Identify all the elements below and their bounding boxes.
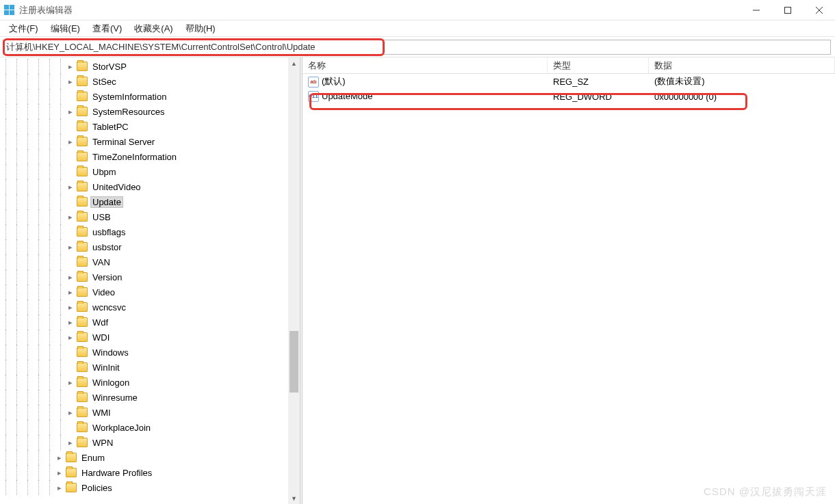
tree-node[interactable]: ▸Policies <box>0 480 300 495</box>
tree-node[interactable]: ▸Video <box>0 284 300 300</box>
list-body: ab(默认)REG_SZ(数值未设置)011UpdateModeREG_DWOR… <box>303 74 835 104</box>
tree-node-label: WorkplaceJoin <box>90 422 153 434</box>
tree-node-label: WinInit <box>90 362 122 373</box>
menu-item[interactable]: 查看(V) <box>86 21 128 36</box>
chevron-right-icon[interactable]: ▸ <box>66 77 75 86</box>
list-header: 名称 类型 数据 <box>303 57 835 74</box>
chevron-right-icon[interactable]: ▸ <box>66 333 75 342</box>
chevron-right-icon[interactable]: ▸ <box>55 483 64 492</box>
tree-node-label: Winlogon <box>90 377 131 388</box>
folder-icon <box>77 317 88 327</box>
tree-node-label: Update <box>90 196 123 208</box>
tree-node-label: wcncsvc <box>90 302 128 313</box>
column-data[interactable]: 数据 <box>649 57 835 73</box>
chevron-right-icon[interactable]: ▸ <box>66 438 75 447</box>
tree-node-label: SystemResources <box>90 106 166 118</box>
tree-node[interactable]: ▸USB <box>0 209 300 224</box>
tree-node-label: Hardware Profiles <box>79 467 154 479</box>
column-name[interactable]: 名称 <box>303 57 548 73</box>
chevron-right-icon[interactable]: ▸ <box>66 62 75 71</box>
chevron-right-icon[interactable]: ▸ <box>55 468 64 477</box>
tree-node[interactable]: ▸SystemInformation <box>0 89 300 104</box>
chevron-right-icon[interactable]: ▸ <box>66 408 75 417</box>
tree-node[interactable]: ▸usbflags <box>0 224 300 239</box>
chevron-right-icon[interactable]: ▸ <box>66 243 75 252</box>
tree-node[interactable]: ▸WinInit <box>0 360 300 375</box>
tree-node-label: StorVSP <box>90 61 129 72</box>
folder-icon <box>77 393 88 402</box>
scroll-thumb[interactable] <box>290 331 298 393</box>
tree-node[interactable]: ▸WPN <box>0 435 300 450</box>
folder-icon <box>66 483 77 492</box>
tree-node-label: SystemInformation <box>90 91 168 103</box>
tree-node[interactable]: ▸Windows <box>0 345 300 360</box>
tree-node[interactable]: ▸Terminal Server <box>0 134 300 149</box>
chevron-right-icon[interactable]: ▸ <box>66 273 75 282</box>
tree-node[interactable]: ▸WorkplaceJoin <box>0 420 300 435</box>
menubar: 文件(F)编辑(E)查看(V)收藏夹(A)帮助(H) <box>0 21 835 37</box>
menu-item[interactable]: 编辑(E) <box>44 21 86 36</box>
tree-node-label: VAN <box>90 256 112 268</box>
tree-node[interactable]: ▸SystemResources <box>0 104 300 119</box>
chevron-right-icon[interactable]: ▸ <box>66 318 75 327</box>
folder-icon <box>77 107 88 116</box>
chevron-right-icon[interactable]: ▸ <box>66 213 75 222</box>
tree-node[interactable]: ▸VAN <box>0 254 300 269</box>
tree-node-label: Ubpm <box>90 166 118 178</box>
tree-node[interactable]: ▸StSec <box>0 74 300 89</box>
registry-tree[interactable]: ▸StorVSP▸StSec▸SystemInformation▸SystemR… <box>0 57 300 504</box>
tree-node[interactable]: ▸UnitedVideo <box>0 179 300 194</box>
chevron-right-icon[interactable]: ▸ <box>66 378 75 387</box>
tree-node[interactable]: ▸WMI <box>0 405 300 420</box>
tree-node[interactable]: ▸Enum <box>0 450 300 465</box>
menu-item[interactable]: 帮助(H) <box>179 21 222 36</box>
folder-icon <box>66 468 77 477</box>
tree-node[interactable]: ▸Update <box>0 194 300 209</box>
chevron-right-icon[interactable]: ▸ <box>55 453 64 462</box>
tree-node[interactable]: ▸StorVSP <box>0 59 300 74</box>
folder-icon <box>66 453 77 462</box>
value-row[interactable]: ab(默认)REG_SZ(数值未设置) <box>303 74 835 89</box>
tree-node[interactable]: ▸TabletPC <box>0 119 300 134</box>
scroll-up-button[interactable]: ▲ <box>288 57 300 69</box>
tree-node-label: Version <box>90 271 124 283</box>
addressbar-container: 计算机\HKEY_LOCAL_MACHINE\SYSTEM\CurrentCon… <box>0 37 835 57</box>
value-row[interactable]: 011UpdateModeREG_DWORD0x00000000 (0) <box>303 89 835 104</box>
maximize-button[interactable] <box>772 0 804 20</box>
folder-icon <box>77 227 88 237</box>
folder-icon <box>77 137 88 146</box>
folder-icon <box>77 212 88 222</box>
value-type-cell: REG_DWORD <box>548 92 649 102</box>
menu-item[interactable]: 文件(F) <box>3 21 44 36</box>
chevron-right-icon[interactable]: ▸ <box>66 137 75 146</box>
column-type[interactable]: 类型 <box>548 57 649 73</box>
tree-node-label: Video <box>90 287 117 298</box>
tree-node[interactable]: ▸Winresume <box>0 390 300 405</box>
tree-node[interactable]: ▸Version <box>0 269 300 284</box>
tree-node[interactable]: ▸Hardware Profiles <box>0 465 300 480</box>
minimize-button[interactable] <box>741 0 772 20</box>
reg-dword-icon: 011 <box>308 91 319 102</box>
tree-node[interactable]: ▸TimeZoneInformation <box>0 149 300 164</box>
tree-node-label: Winresume <box>90 392 140 403</box>
tree-node[interactable]: ▸WDI <box>0 330 300 345</box>
tree-pane: ▸StorVSP▸StSec▸SystemInformation▸SystemR… <box>0 57 300 504</box>
chevron-right-icon[interactable]: ▸ <box>66 107 75 116</box>
chevron-right-icon[interactable]: ▸ <box>66 183 75 191</box>
menu-item[interactable]: 收藏夹(A) <box>128 21 179 36</box>
chevron-right-icon[interactable]: ▸ <box>66 303 75 312</box>
tree-node[interactable]: ▸Wdf <box>0 315 300 330</box>
tree-node[interactable]: ▸Ubpm <box>0 164 300 179</box>
tree-node[interactable]: ▸wcncsvc <box>0 300 300 315</box>
scroll-down-button[interactable]: ▼ <box>288 492 300 504</box>
tree-node-label: StSec <box>90 76 118 88</box>
tree-scrollbar[interactable]: ▲ ▼ <box>288 57 300 504</box>
folder-icon <box>77 408 88 417</box>
address-input[interactable]: 计算机\HKEY_LOCAL_MACHINE\SYSTEM\CurrentCon… <box>3 40 831 55</box>
chevron-right-icon[interactable]: ▸ <box>66 288 75 297</box>
tree-node[interactable]: ▸Winlogon <box>0 375 300 390</box>
tree-node[interactable]: ▸usbstor <box>0 239 300 254</box>
tree-node-label: TabletPC <box>90 121 131 133</box>
close-button[interactable] <box>804 0 835 20</box>
tree-node-label: UnitedVideo <box>90 181 143 193</box>
